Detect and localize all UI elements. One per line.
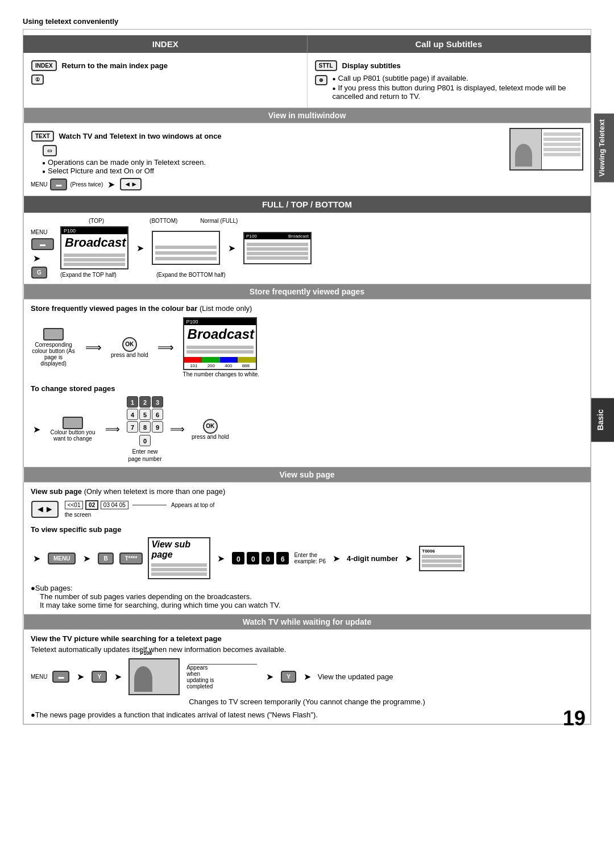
digit-0-3: 0 (262, 552, 274, 564)
ok-button-store[interactable]: OK (122, 337, 137, 352)
multiwindow-header: View in multiwindow (24, 108, 591, 123)
example-label: example: P6 (294, 558, 326, 564)
menu-button-sub[interactable]: MENU (48, 553, 76, 564)
ok-button-change[interactable]: OK (203, 419, 218, 434)
number-changes: The number changes to white. (183, 371, 260, 377)
view-sub-page-header: View sub page (24, 467, 591, 483)
news-note: ●The news page provides a function that … (31, 711, 583, 719)
t-button-sub[interactable]: T**** (119, 553, 143, 564)
digit-0-2: 0 (247, 552, 259, 564)
page-number-label: page number (128, 456, 162, 462)
viewing-teletext-tab: Viewing Teletext (594, 114, 614, 182)
text-button[interactable]: ▭ (43, 145, 57, 156)
menu-button-mw[interactable]: ▬ (50, 178, 67, 190)
arrow-wtv1: ➤ (77, 671, 84, 682)
press-hold-label: press and hold (111, 352, 148, 358)
corresponding-label: Corresponding colour button (As page is … (31, 342, 76, 367)
digit-6: 6 (276, 552, 289, 564)
view-sub-page-content: View sub page (Only when teletext is mor… (24, 483, 591, 614)
arrow-ftb3: ➤ (228, 243, 235, 254)
mw-bullet2 (42, 167, 48, 175)
colour-bar-numbers: 101 200 400 888 (184, 363, 256, 369)
multiwindow-tv-mockup (509, 128, 583, 171)
top-screen-mockup: P100 Broadcast (60, 226, 128, 269)
enter-new-label: Enter new (132, 448, 157, 455)
page-container: Viewing Teletext Basic Using teletext co… (0, 0, 614, 742)
expand-bottom: (Expand the BOTTOM half) (156, 272, 226, 278)
watch-tv-content: View the TV picture while searching for … (24, 630, 591, 724)
list-mode-label: (List mode only) (200, 304, 252, 313)
four-digit-label: 4-digit number (347, 554, 398, 563)
index-label: INDEX (31, 60, 57, 71)
store-pages-content: Store frequently viewed pages in the col… (24, 300, 591, 467)
y-button-wtv2[interactable]: Y (281, 671, 296, 683)
enter-label: Enter the (294, 552, 326, 558)
arrow-change1: ➤ (33, 424, 40, 435)
to-view-title: To view specific sub page (31, 525, 121, 534)
subtitle-bullet2 (333, 84, 338, 92)
arrow-sub2: ➤ (83, 553, 90, 564)
arrow-sub3: ➤ (217, 553, 225, 564)
multiwindow-content: TEXT Watch TV and Teletext in two window… (24, 123, 591, 196)
bottom-screen-mockup (152, 231, 220, 265)
sub-pages-note2: It may take some time for searching, dur… (31, 601, 583, 609)
store-pages-header: Store frequently viewed pages (24, 284, 591, 300)
index-subtitles-table: INDEX Call up Subtitles INDEX Return to … (23, 35, 591, 724)
p108-label: P108 (140, 650, 152, 656)
sttl-button[interactable]: ⊕ (315, 75, 327, 85)
sub-page-highlight: 02 (85, 500, 98, 510)
expand-top: (Expand the TOP half) (60, 272, 117, 278)
menu-button-ftb[interactable]: ▬ (31, 238, 54, 250)
full-screen-mockup: P100 Broadcast (243, 232, 312, 264)
call-up-subtitles-header: Call up Subtitles (307, 36, 591, 53)
subtitles-content: STTL Display subtitles ⊕ Call up P801 (s… (307, 53, 591, 108)
section-title: Using teletext conveniently (23, 17, 591, 26)
colour-btn-change[interactable] (63, 417, 83, 429)
to-change-title: To change stored pages (31, 384, 115, 393)
colour-btn-label: Colour button you want to change (47, 429, 98, 442)
menu-label-ftb: MENU (31, 229, 55, 235)
text-label: TEXT (31, 131, 54, 142)
g-button[interactable]: G (31, 267, 47, 279)
sub-pages-note: ●Sub pages: (31, 584, 583, 592)
dashed-line (132, 505, 167, 505)
arrow-ftb1: ➤ (33, 253, 52, 264)
sub-page-broadcast: View sub page (148, 537, 210, 579)
watch-tv-header: Watch TV while waiting for update (24, 614, 591, 630)
menu-label-mw: MENU (31, 181, 47, 188)
subtitle-bullet1 (333, 74, 338, 82)
top-label: (TOP) (89, 218, 104, 224)
arrow-store1: ⟹ (85, 340, 102, 354)
y-button-wtv[interactable]: Y (92, 671, 107, 683)
index-button[interactable]: ① (31, 74, 44, 85)
arrow-nav-button[interactable]: ◄► (31, 501, 59, 518)
main-content: INDEX Call up Subtitles INDEX Return to … (23, 29, 591, 725)
bottom-label: (BOTTOM) (150, 218, 177, 224)
arrow-sub4: ➤ (333, 553, 340, 564)
full-top-bottom-content: MENU ▬ ➤ G (TOP) (BOTTOM) Normal (FULL) (24, 213, 591, 284)
arrow-ftb2: ➤ (136, 243, 144, 254)
menu-label-wtv: MENU (31, 674, 47, 680)
basic-tab: Basic (591, 398, 614, 442)
watch-tv-title: View the TV picture while searching for … (31, 634, 583, 643)
arrow-wtv4: ➤ (304, 671, 311, 682)
index-content: INDEX Return to the main index page ① (24, 53, 308, 108)
left-right-button[interactable]: ◄► (120, 178, 142, 190)
sub-pages-note1: The number of sub pages varies depending… (31, 592, 583, 601)
b-button-sub[interactable]: B (98, 553, 113, 564)
arrow-store2: ⟹ (157, 340, 174, 354)
mw-press-twice: (Press twice) (70, 181, 103, 188)
arrow-sub1: ➤ (33, 553, 40, 564)
press-hold-label2: press and hold (192, 434, 229, 440)
tv-image (128, 658, 180, 695)
mw-bullet1 (42, 158, 48, 167)
full-top-bottom-header: FULL / TOP / BOTTOM (24, 196, 591, 213)
colour-button[interactable] (43, 328, 64, 340)
view-sub-page-paren: (Only when teletext is more than one pag… (84, 487, 226, 496)
broadcast-with-bar: P100 Broadcast (183, 317, 260, 377)
view-sub-page-title: View sub page (31, 487, 82, 496)
appears-when: Appearswhenupdating iscompleted (186, 665, 259, 690)
menu-button-wtv[interactable]: ▬ (52, 671, 69, 683)
index-header: INDEX (24, 36, 308, 53)
normal-label: Normal (FULL) (200, 218, 238, 224)
